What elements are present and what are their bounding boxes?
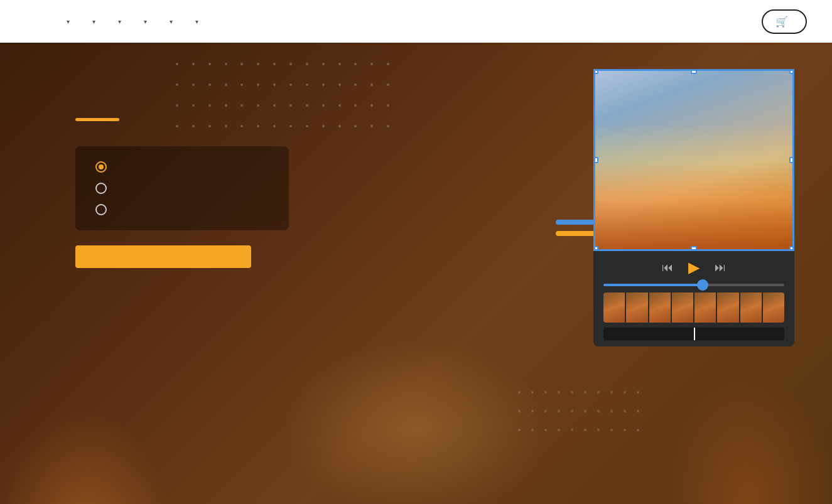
radio-monthly-inner <box>99 164 104 169</box>
nav-utilities[interactable]: ▾ <box>184 13 207 30</box>
radio-yearly[interactable] <box>95 183 107 194</box>
radio-monthly[interactable] <box>95 161 107 173</box>
pricing-monthly[interactable] <box>95 161 269 173</box>
player-controls: ⏮ ▶ ⏭ <box>603 259 784 276</box>
chevron-down-icon: ▾ <box>144 18 147 25</box>
frame-crowd <box>595 124 792 249</box>
scrubber-track[interactable] <box>603 284 784 286</box>
resize-handle-br[interactable] <box>789 246 794 251</box>
film-cell <box>763 292 784 323</box>
preview-frame <box>593 69 794 251</box>
resize-handle-ml[interactable] <box>593 157 598 163</box>
nav-recovery[interactable]: ▾ <box>55 13 78 30</box>
filmstrip <box>603 292 784 323</box>
chevron-down-icon: ▾ <box>67 18 70 25</box>
editor-preview: ⏮ ▶ ⏭ <box>593 69 794 346</box>
chevron-down-icon: ▾ <box>170 18 173 25</box>
radio-lifetime[interactable] <box>95 204 107 215</box>
audio-waveform <box>603 328 784 340</box>
play-button[interactable]: ▶ <box>688 259 700 276</box>
chevron-down-icon: ▾ <box>92 18 95 25</box>
player-panel: ⏮ ▶ ⏭ <box>593 250 794 346</box>
resize-handle-tl[interactable] <box>593 69 598 74</box>
nav-partition[interactable]: ▾ <box>107 13 130 30</box>
film-cell <box>694 292 716 323</box>
resize-handle-tm[interactable] <box>691 69 697 74</box>
resize-handle-mr[interactable] <box>789 157 794 163</box>
resize-handle-bm[interactable] <box>691 246 697 251</box>
pricing-box <box>75 146 289 230</box>
resize-handle-bl[interactable] <box>593 246 598 251</box>
film-cell <box>626 292 647 323</box>
pricing-lifetime[interactable] <box>95 204 269 215</box>
film-cell <box>603 292 625 323</box>
film-cell <box>740 292 762 323</box>
next-frame-button[interactable]: ⏭ <box>715 261 726 274</box>
nav-backup[interactable]: ▾ <box>81 13 104 30</box>
dots-pattern-bottom: const dp2 = document.querySelector('.dot… <box>518 391 644 441</box>
buy-now-button[interactable] <box>75 245 251 268</box>
cart-icon: 🛒 <box>775 16 788 28</box>
store-button[interactable]: 🛒 <box>762 9 807 34</box>
hero-underline <box>75 118 119 121</box>
film-cell <box>717 292 738 323</box>
resize-handle-tr[interactable] <box>789 69 794 74</box>
scrubber-fill <box>603 284 703 286</box>
nav-multimedia[interactable]: ▾ <box>158 13 181 30</box>
playhead <box>694 328 695 340</box>
nav-transfer[interactable]: ▾ <box>132 13 156 30</box>
hero-tagline <box>75 80 477 108</box>
pricing-yearly[interactable] <box>95 183 269 194</box>
film-cell <box>672 292 693 323</box>
film-cell <box>649 292 671 323</box>
main-nav: ▾ ▾ ▾ ▾ ▾ ▾ <box>55 13 762 30</box>
scrubber-thumb[interactable] <box>697 279 708 291</box>
prev-frame-button[interactable]: ⏮ <box>662 261 673 274</box>
chevron-down-icon: ▾ <box>195 18 198 25</box>
hero-section: const dp = document.querySelector('.dots… <box>0 0 832 504</box>
site-header: ▾ ▾ ▾ ▾ ▾ ▾ 🛒 <box>0 0 832 43</box>
chevron-down-icon: ▾ <box>118 18 121 25</box>
